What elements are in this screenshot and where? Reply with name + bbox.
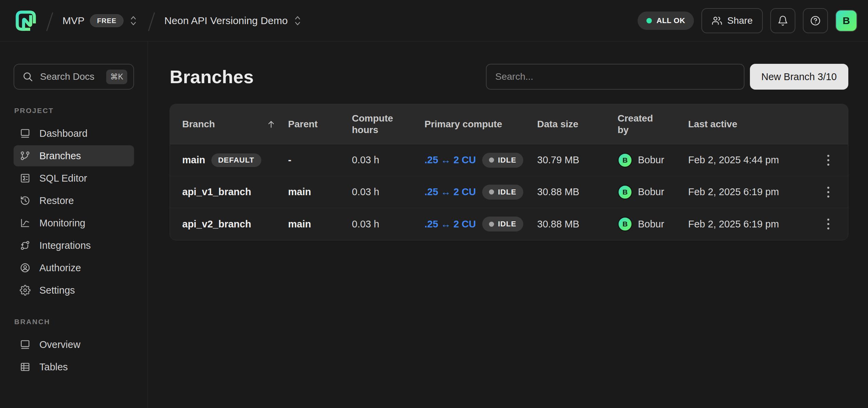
- sql-editor-icon: [20, 173, 31, 184]
- idle-badge: IDLE: [482, 185, 523, 200]
- chevron-up-down-icon: [293, 15, 302, 26]
- branch-name: api_v2_branch: [182, 219, 251, 230]
- content-header: Branches New Branch 3/10: [170, 64, 848, 90]
- creator-name: Bobur: [638, 154, 664, 166]
- header-actions: New Branch 3/10: [486, 64, 848, 90]
- sidebar-item-label: Overview: [39, 339, 80, 350]
- tables-icon: [20, 361, 31, 372]
- column-header-created-by[interactable]: Created by: [618, 113, 688, 135]
- sidebar-item-sql-editor[interactable]: SQL Editor: [14, 168, 134, 189]
- data-size-cell: 30.79 MB: [537, 154, 618, 166]
- column-header-primary-compute[interactable]: Primary compute: [424, 118, 537, 130]
- sidebar-item-tables[interactable]: Tables: [14, 356, 134, 377]
- compute-size-link[interactable]: .25 ↔ 2 CU: [424, 154, 476, 166]
- org-name: MVP: [62, 15, 84, 26]
- table-header-row: Branch Parent Compute hours Primary comp…: [170, 104, 848, 144]
- branch-search-input[interactable]: [486, 64, 744, 90]
- sidebar-item-label: Tables: [39, 361, 68, 373]
- app-shell: Search Docs ⌘K PROJECT Dashboard Branche…: [0, 41, 868, 408]
- help-button[interactable]: [803, 8, 828, 33]
- column-header-data-size[interactable]: Data size: [537, 118, 618, 130]
- restore-icon: [20, 195, 31, 206]
- user-avatar[interactable]: B: [835, 10, 857, 32]
- monitoring-icon: [20, 218, 31, 228]
- notifications-button[interactable]: [770, 8, 795, 33]
- breadcrumb-separator: [147, 12, 155, 30]
- parent-cell: main: [288, 186, 352, 198]
- search-shortcut-badge: ⌘K: [106, 70, 127, 84]
- parent-cell: main: [288, 219, 352, 230]
- column-header-last-active[interactable]: Last active: [688, 118, 814, 130]
- sidebar-item-label: Monitoring: [39, 218, 85, 229]
- table-row[interactable]: api_v2_branch main 0.03 h .25 ↔ 2 CU IDL…: [170, 208, 848, 240]
- primary-compute-cell: .25 ↔ 2 CU IDLE: [424, 217, 537, 231]
- plan-badge: FREE: [90, 14, 124, 27]
- row-menu-button[interactable]: [821, 182, 836, 202]
- branches-table: Branch Parent Compute hours Primary comp…: [170, 104, 848, 240]
- idle-dot: [489, 222, 494, 227]
- branch-cell: api_v2_branch: [182, 219, 288, 230]
- compute-hours-cell: 0.03 h: [352, 154, 424, 166]
- sidebar-item-label: SQL Editor: [39, 173, 87, 184]
- share-label: Share: [727, 15, 753, 26]
- last-active-cell: Feb 2, 2025 6:19 pm: [688, 219, 814, 230]
- last-active-cell: Feb 2, 2025 4:44 pm: [688, 154, 814, 166]
- created-by-cell: B Bobur: [618, 217, 688, 231]
- row-menu-button[interactable]: [821, 150, 836, 170]
- column-header-parent[interactable]: Parent: [288, 118, 352, 130]
- settings-icon: [20, 285, 31, 296]
- topbar-actions: ALL OK Share B: [638, 8, 857, 33]
- topbar: MVP FREE Neon API Versioning Demo ALL OK: [0, 0, 868, 41]
- sidebar-item-authorize[interactable]: Authorize: [14, 257, 134, 278]
- creator-avatar: B: [618, 153, 633, 168]
- sidebar-item-monitoring[interactable]: Monitoring: [14, 212, 134, 234]
- row-menu-button[interactable]: [821, 214, 836, 234]
- integrations-icon: [20, 240, 31, 251]
- org-switcher[interactable]: MVP FREE: [62, 14, 138, 27]
- status-pill[interactable]: ALL OK: [638, 12, 694, 30]
- creator-avatar: B: [618, 217, 633, 231]
- compute-hours-cell: 0.03 h: [352, 219, 424, 230]
- sidebar-item-label: Dashboard: [39, 128, 88, 139]
- sidebar-item-restore[interactable]: Restore: [14, 190, 134, 211]
- page-title: Branches: [170, 66, 254, 87]
- column-header-branch[interactable]: Branch: [182, 118, 288, 130]
- data-size-cell: 30.88 MB: [537, 186, 618, 198]
- status-label: ALL OK: [657, 16, 685, 25]
- sidebar-item-dashboard[interactable]: Dashboard: [14, 123, 134, 144]
- search-docs-button[interactable]: Search Docs ⌘K: [14, 64, 134, 90]
- compute-size-link[interactable]: .25 ↔ 2 CU: [424, 219, 476, 230]
- sidebar-item-overview[interactable]: Overview: [14, 334, 134, 355]
- main-content: Branches New Branch 3/10 Branch Parent C…: [148, 41, 868, 408]
- sidebar-item-settings[interactable]: Settings: [14, 280, 134, 301]
- last-active-cell: Feb 2, 2025 6:19 pm: [688, 186, 814, 198]
- branch-cell: main DEFAULT: [182, 153, 288, 167]
- status-ok-dot: [646, 18, 652, 23]
- table-row[interactable]: main DEFAULT - 0.03 h .25 ↔ 2 CU IDLE 30…: [170, 144, 848, 176]
- creator-name: Bobur: [638, 186, 664, 198]
- chevron-up-down-icon: [129, 15, 138, 26]
- idle-dot: [489, 189, 494, 194]
- parent-cell: -: [288, 154, 352, 166]
- authorize-icon: [20, 262, 31, 273]
- sidebar-item-branches[interactable]: Branches: [14, 145, 134, 166]
- breadcrumb-separator: [45, 12, 54, 30]
- default-badge: DEFAULT: [211, 153, 261, 167]
- table-row[interactable]: api_v1_branch main 0.03 h .25 ↔ 2 CU IDL…: [170, 176, 848, 208]
- share-button[interactable]: Share: [701, 8, 763, 33]
- sidebar-item-integrations[interactable]: Integrations: [14, 235, 134, 256]
- branch-nav: Overview Tables: [14, 334, 134, 377]
- column-header-compute-hours[interactable]: Compute hours: [352, 113, 424, 135]
- new-branch-button[interactable]: New Branch 3/10: [750, 64, 848, 90]
- data-size-cell: 30.88 MB: [537, 219, 618, 230]
- users-icon: [712, 15, 722, 26]
- project-switcher[interactable]: Neon API Versioning Demo: [164, 15, 302, 26]
- branches-icon: [20, 150, 31, 161]
- breadcrumb: MVP FREE Neon API Versioning Demo: [16, 11, 302, 31]
- search-docs-label: Search Docs: [40, 71, 99, 82]
- idle-dot: [489, 157, 494, 163]
- compute-size-link[interactable]: .25 ↔ 2 CU: [424, 186, 476, 198]
- dashboard-icon: [20, 128, 31, 139]
- neon-logo-icon[interactable]: [16, 11, 36, 31]
- branch-cell: api_v1_branch: [182, 186, 288, 198]
